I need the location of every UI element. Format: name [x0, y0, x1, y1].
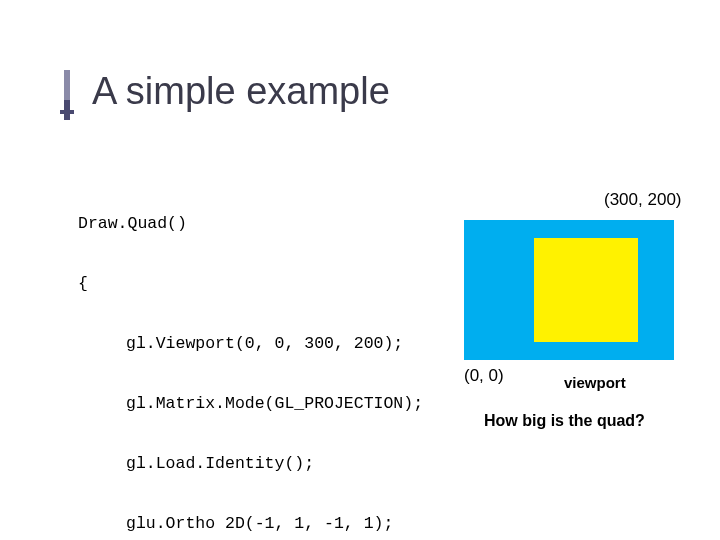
- title-wrap: A simple example: [60, 70, 660, 113]
- code-block: Draw.Quad() { gl.Viewport(0, 0, 300, 200…: [78, 174, 423, 540]
- code-line: gl.Matrix.Mode(GL_PROJECTION);: [78, 394, 423, 414]
- slide-title: A simple example: [92, 70, 660, 113]
- coord-bottom-left: (0, 0): [464, 366, 504, 386]
- question-text: How big is the quad?: [484, 412, 645, 430]
- viewport-label: viewport: [564, 374, 626, 391]
- code-line: {: [78, 274, 423, 294]
- viewport-rect: [464, 220, 674, 360]
- title-bullet-icon: [60, 70, 74, 120]
- code-line: gl.Viewport(0, 0, 300, 200);: [78, 334, 423, 354]
- code-line: Draw.Quad(): [78, 214, 423, 234]
- quad-rect: [534, 238, 638, 342]
- slide: A simple example Draw.Quad() { gl.Viewpo…: [0, 0, 720, 540]
- code-line: glu.Ortho 2D(-1, 1, -1, 1);: [78, 514, 423, 534]
- coord-top-right: (300, 200): [604, 190, 682, 210]
- code-line: gl.Load.Identity();: [78, 454, 423, 474]
